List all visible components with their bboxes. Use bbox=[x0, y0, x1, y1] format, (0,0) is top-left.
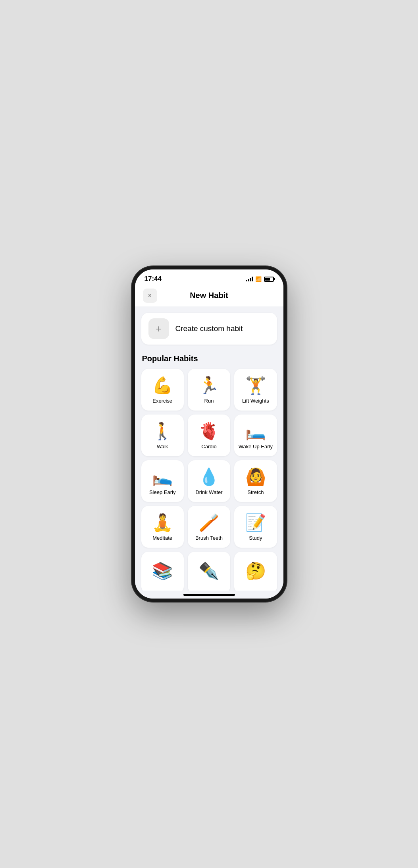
habit-card-sleep-early[interactable]: 🛌 Sleep Early bbox=[141, 460, 184, 502]
create-custom-habit-button[interactable]: + Create custom habit bbox=[141, 313, 277, 345]
wake-up-early-emoji: 🛏️ bbox=[245, 422, 266, 440]
signal-icon bbox=[246, 277, 253, 281]
cardio-label: Cardio bbox=[201, 444, 216, 450]
home-indicator bbox=[135, 591, 283, 599]
habit-card-meditate[interactable]: 🧘 Meditate bbox=[141, 506, 184, 548]
brush-teeth-label: Brush Teeth bbox=[195, 535, 223, 541]
close-icon: × bbox=[148, 292, 152, 299]
meditate-label: Meditate bbox=[152, 535, 172, 541]
habit-card-writing[interactable]: ✒️ bbox=[188, 552, 230, 591]
study-emoji: 📝 bbox=[245, 513, 266, 532]
habit-card-stretch[interactable]: 🙆 Stretch bbox=[234, 460, 277, 502]
content-area: + Create custom habit Popular Habits 💪 E… bbox=[135, 306, 283, 591]
habit-card-lift-weights[interactable]: 🏋️ Lift Weights bbox=[234, 369, 277, 411]
wifi-icon: 📶 bbox=[255, 276, 262, 282]
habit-card-study[interactable]: 📝 Study bbox=[234, 506, 277, 548]
lift-weights-label: Lift Weights bbox=[242, 398, 269, 404]
walk-emoji: 🚶 bbox=[152, 422, 173, 440]
exercise-emoji: 💪 bbox=[152, 376, 173, 395]
run-emoji: 🏃 bbox=[198, 376, 219, 395]
habit-card-cardio[interactable]: 🫀 Cardio bbox=[188, 415, 230, 456]
study-label: Study bbox=[249, 535, 262, 541]
status-time: 17:44 bbox=[144, 275, 162, 283]
drink-water-emoji: 💧 bbox=[198, 468, 219, 486]
habits-grid: 💪 Exercise 🏃 Run 🏋️ Lift Weights 🚶 Walk … bbox=[141, 369, 277, 591]
battery-icon bbox=[264, 277, 274, 282]
home-bar bbox=[183, 594, 235, 596]
run-label: Run bbox=[204, 398, 214, 404]
walk-label: Walk bbox=[157, 444, 168, 450]
habit-card-run[interactable]: 🏃 Run bbox=[188, 369, 230, 411]
cardio-emoji: 🫀 bbox=[198, 422, 219, 440]
plus-icon: + bbox=[148, 318, 169, 339]
habit-card-drink-water[interactable]: 💧 Drink Water bbox=[188, 460, 230, 502]
meditate-emoji: 🧘 bbox=[152, 513, 173, 532]
stretch-label: Stretch bbox=[247, 489, 264, 496]
exercise-label: Exercise bbox=[152, 398, 172, 404]
close-button[interactable]: × bbox=[143, 289, 157, 303]
page-title: New Habit bbox=[190, 291, 228, 300]
habit-card-brush-teeth[interactable]: 🪥 Brush Teeth bbox=[188, 506, 230, 548]
lift-weights-emoji: 🏋️ bbox=[245, 376, 266, 395]
habit-card-thinking[interactable]: 🤔 bbox=[234, 552, 277, 591]
writing-emoji: ✒️ bbox=[198, 562, 219, 580]
habit-card-walk[interactable]: 🚶 Walk bbox=[141, 415, 184, 456]
phone-frame: 17:44 📶 × New Habit + Create cus bbox=[132, 266, 287, 602]
header: × New Habit bbox=[135, 286, 283, 306]
stretch-emoji: 🙆 bbox=[245, 468, 266, 486]
brush-teeth-emoji: 🪥 bbox=[198, 513, 219, 532]
popular-habits-title: Popular Habits bbox=[141, 354, 277, 363]
status-icons: 📶 bbox=[246, 276, 274, 282]
habit-card-books[interactable]: 📚 bbox=[141, 552, 184, 591]
habit-card-wake-up-early[interactable]: 🛏️ Wake Up Early bbox=[234, 415, 277, 456]
thinking-emoji: 🤔 bbox=[245, 562, 266, 580]
create-custom-label: Create custom habit bbox=[175, 324, 243, 333]
books-emoji: 📚 bbox=[152, 562, 173, 580]
sleep-early-emoji: 🛌 bbox=[152, 468, 173, 486]
drink-water-label: Drink Water bbox=[195, 489, 222, 496]
habit-card-exercise[interactable]: 💪 Exercise bbox=[141, 369, 184, 411]
status-bar: 17:44 📶 bbox=[135, 269, 283, 286]
wake-up-early-label: Wake Up Early bbox=[239, 444, 273, 450]
sleep-early-label: Sleep Early bbox=[149, 489, 175, 496]
